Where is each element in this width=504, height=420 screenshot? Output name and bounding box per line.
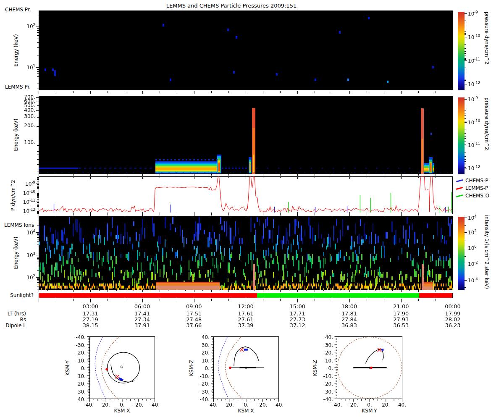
sunlight-segment <box>39 293 257 298</box>
pressure-colorbar-unit-mid: pressure dyne/cm^2 <box>484 97 490 174</box>
time-tick <box>453 290 453 292</box>
time-tick <box>280 91 281 93</box>
pressure-colorbar-mid <box>458 97 465 174</box>
colorbar-major-tick <box>465 218 467 218</box>
time-tick <box>375 290 375 291</box>
legend-label: LEMMS-P <box>465 185 488 191</box>
time-tick <box>142 290 143 292</box>
sunlight-label: Sunlight? <box>0 292 34 298</box>
time-tick <box>108 299 108 301</box>
time-tick <box>401 91 402 94</box>
time-tick <box>332 174 332 176</box>
colorbar-major-tick <box>465 84 467 84</box>
colorbar-minor-tick <box>465 110 466 110</box>
time-tick <box>73 174 74 176</box>
time-tick <box>56 290 56 292</box>
colorbar-major-tick <box>465 13 467 14</box>
time-tick <box>332 214 332 215</box>
colorbar-minor-tick <box>465 57 466 57</box>
colorbar-tick-label: 10-11 <box>468 57 480 64</box>
time-tick <box>272 290 272 291</box>
time-tick <box>384 174 384 176</box>
time-tick <box>125 214 125 215</box>
time-tick <box>384 290 384 292</box>
time-tick <box>125 290 125 292</box>
colorbar-tick-label: 10-2 <box>468 260 478 267</box>
y-tick-label: 300. <box>8 113 35 119</box>
ephemeris-value: 17.41 <box>130 310 155 317</box>
colorbar-minor-tick <box>465 133 466 134</box>
time-label: 15:00 <box>285 303 310 310</box>
lemms-ions-spectrogram <box>39 216 453 290</box>
time-tick <box>73 214 74 215</box>
colorbar-minor-tick <box>465 156 466 157</box>
colorbar-minor-tick <box>465 115 466 116</box>
y-major-tick <box>36 193 39 193</box>
legend-label: CHEMS-O <box>465 193 489 199</box>
time-tick <box>39 299 39 302</box>
time-label: 06:00 <box>130 303 155 310</box>
time-tick <box>436 214 436 215</box>
time-tick <box>220 290 220 291</box>
time-tick <box>177 214 177 215</box>
time-tick <box>228 290 229 292</box>
time-tick <box>315 290 315 292</box>
y-tick-label: 102 <box>8 274 35 281</box>
time-tick <box>99 290 100 291</box>
time-tick <box>194 174 194 176</box>
time-tick <box>436 290 436 292</box>
time-tick <box>194 290 194 292</box>
colorbar-major-tick <box>465 248 467 248</box>
time-tick <box>384 91 384 93</box>
ephemeris-value: 27.48 <box>181 316 207 323</box>
ephemeris-value: 37.12 <box>285 322 310 328</box>
orbit0-xlabel: KSM-X <box>101 408 143 414</box>
y-tick-label: 200. <box>8 123 35 129</box>
time-tick <box>401 174 402 176</box>
time-tick <box>160 174 160 176</box>
ephemeris-value: 17.31 <box>78 310 103 317</box>
time-tick <box>142 174 143 176</box>
time-tick <box>116 290 117 291</box>
time-tick <box>367 174 367 176</box>
row-label-lt: LT (hrs) <box>0 311 26 317</box>
legend-label: CHEMS-P <box>465 178 488 184</box>
time-tick <box>211 290 212 292</box>
y-tick-label: 500. <box>8 102 35 108</box>
colorbar-minor-tick <box>465 143 466 143</box>
time-tick <box>297 299 298 302</box>
ephemeris-value: 37.66 <box>181 322 207 328</box>
time-tick <box>73 290 74 292</box>
time-tick <box>82 290 82 291</box>
time-tick <box>151 290 151 291</box>
colorbar-minor-tick <box>465 68 466 68</box>
colorbar-minor-tick <box>465 30 466 30</box>
pressure-colorbar-unit-top: pressure dyne/cm^2 <box>484 12 490 90</box>
colorbar-minor-tick <box>465 138 466 139</box>
y-tick-label: 103 <box>8 252 35 258</box>
ephemeris-value: 27.84 <box>337 316 362 323</box>
orbit1-ylabel: KSM-Z <box>189 343 194 393</box>
ephemeris-value: 38.15 <box>78 322 103 328</box>
time-tick <box>177 174 177 176</box>
time-tick <box>263 214 263 215</box>
colorbar-minor-tick <box>465 142 466 142</box>
ephemeris-value: 17.90 <box>388 310 414 317</box>
colorbar-major-tick <box>465 232 467 233</box>
time-tick <box>185 290 186 291</box>
row-label-dipole: Dipole L <box>0 323 26 328</box>
time-tick <box>255 290 255 291</box>
time-tick <box>367 290 367 292</box>
time-tick <box>108 214 108 215</box>
intensity-colorbar-unit: intensity 1/(s cm^2 ster keV) <box>484 215 490 291</box>
colorbar-tick-label: 10-9 <box>468 96 478 102</box>
y-tick-label: 100. <box>8 139 35 145</box>
colorbar-major-tick <box>465 60 467 61</box>
time-tick <box>65 290 65 291</box>
time-tick <box>108 91 108 93</box>
colorbar-minor-tick <box>465 83 466 83</box>
time-tick <box>228 174 229 176</box>
panel1-label: CHEMS Pr. <box>5 7 31 13</box>
time-label: 03:00 <box>78 303 103 310</box>
time-tick <box>211 299 212 301</box>
